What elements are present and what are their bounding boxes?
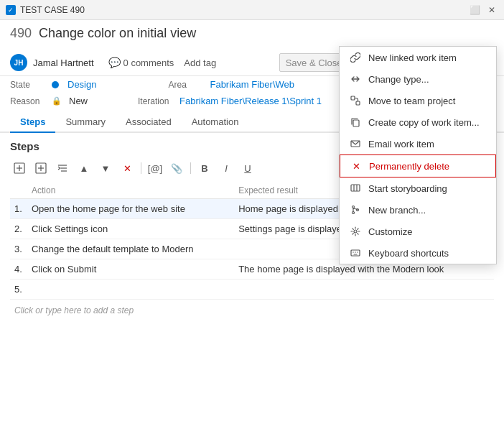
add-step-text[interactable]: Click or type here to add a step: [10, 300, 494, 321]
window-title: TEST CASE 490: [20, 5, 85, 15]
iteration-value[interactable]: Fabrikam Fiber\Release 1\Sprint 1: [179, 96, 322, 106]
move-icon: [350, 95, 361, 106]
menu-label: Move to team project: [368, 96, 455, 106]
step-param-btn[interactable]: [@]: [146, 160, 164, 177]
user-name: Jamal Hartnett: [33, 57, 94, 68]
step-action[interactable]: Click on Submit: [27, 259, 234, 280]
table-row: 5.: [10, 280, 494, 300]
delete-icon: ✕: [350, 160, 362, 172]
menu-label: Start storyboarding: [368, 183, 447, 194]
toolbar-separator-2: [190, 162, 191, 174]
iteration-label: Iteration: [138, 96, 174, 106]
menu-item-move-to-team[interactable]: Move to team project: [340, 90, 496, 111]
svg-point-19: [354, 230, 357, 233]
step-insert-above-btn[interactable]: [10, 160, 29, 177]
step-indent-btn[interactable]: [53, 160, 72, 177]
step-delete-btn[interactable]: ✕: [118, 160, 136, 177]
comments-button[interactable]: 💬 0 comments: [108, 57, 174, 68]
menu-item-permanently-delete[interactable]: ✕ Permanently delete: [340, 154, 496, 177]
step-italic-btn[interactable]: I: [217, 160, 235, 177]
area-value[interactable]: Fabrikam Fiber\Web: [210, 79, 294, 90]
menu-label: Keyboard shortcuts: [368, 248, 449, 259]
menu-label: Change type...: [368, 74, 429, 85]
area-label: Area: [168, 80, 204, 90]
step-num: 4.: [10, 259, 27, 280]
state-label: State: [10, 80, 46, 90]
work-item-id: 490: [10, 26, 32, 41]
menu-label: Create copy of work item...: [368, 117, 480, 128]
step-underline-btn[interactable]: U: [238, 160, 257, 177]
menu-item-customize[interactable]: Customize: [340, 221, 496, 242]
maximize-button[interactable]: ⬜: [468, 4, 481, 17]
step-action[interactable]: [27, 280, 234, 300]
work-item-title: Change color on initial view: [39, 26, 196, 41]
reason-value: New: [69, 96, 88, 106]
svg-rect-20: [351, 250, 360, 256]
copy-icon: [350, 116, 361, 128]
menu-item-start-storyboarding[interactable]: Start storyboarding: [340, 177, 496, 199]
save-close-label: Save & Close: [280, 54, 348, 71]
step-num: 2.: [10, 219, 27, 239]
step-num: 3.: [10, 239, 27, 259]
svg-rect-11: [353, 120, 359, 126]
reason-label: Reason: [10, 96, 46, 106]
step-num: 5.: [10, 280, 27, 300]
menu-item-keyboard-shortcuts[interactable]: Keyboard shortcuts: [340, 242, 496, 264]
email-icon: [350, 138, 361, 149]
menu-label: Permanently delete: [369, 161, 449, 172]
step-action[interactable]: Change the default template to Modern: [27, 239, 234, 259]
step-attachment-btn[interactable]: 📎: [167, 160, 186, 177]
menu-label: New linked work item: [368, 52, 457, 63]
menu-item-new-linked-work-item[interactable]: New linked work item: [340, 47, 496, 68]
step-move-up-btn[interactable]: ▲: [75, 160, 93, 177]
storyboard-icon: [350, 183, 361, 194]
tab-summary[interactable]: Summary: [55, 112, 116, 133]
menu-item-email-work-item[interactable]: Email work item: [340, 133, 496, 154]
svg-rect-13: [351, 185, 360, 191]
menu-item-create-copy[interactable]: Create copy of work item...: [340, 111, 496, 133]
work-item-header: 490 Change color on initial view: [0, 20, 504, 50]
add-tag-button[interactable]: Add tag: [179, 56, 220, 70]
app-icon: [6, 5, 16, 15]
lock-icon: 🔒: [52, 96, 62, 106]
menu-item-change-type[interactable]: Change type...: [340, 68, 496, 90]
keyboard-icon: [350, 247, 361, 259]
step-result[interactable]: [234, 280, 494, 300]
step-action[interactable]: Click Settings icon: [27, 219, 234, 239]
step-num: 1.: [10, 199, 27, 219]
state-dot: [52, 81, 59, 88]
menu-label: Email work item: [368, 139, 434, 149]
toolbar-separator: [141, 162, 141, 174]
svg-rect-10: [356, 101, 360, 105]
step-bold-btn[interactable]: B: [195, 160, 214, 177]
step-move-down-btn[interactable]: ▼: [96, 160, 115, 177]
title-bar: TEST CASE 490 ⬜ ✕: [0, 0, 504, 20]
comments-count: 0 comments: [123, 57, 174, 68]
step-action[interactable]: Open the home page for the web site: [27, 199, 234, 219]
step-insert-below-btn[interactable]: [32, 160, 50, 177]
tab-steps[interactable]: Steps: [10, 112, 55, 133]
col-action: Action: [27, 184, 234, 199]
tab-associated[interactable]: Associated: [116, 112, 182, 133]
link-icon: [350, 52, 361, 63]
state-value[interactable]: Design: [67, 79, 96, 90]
comment-icon: 💬: [108, 57, 121, 68]
menu-item-new-branch[interactable]: New branch...: [340, 199, 496, 221]
change-type-icon: [350, 73, 361, 85]
context-menu: New linked work item Change type... Move…: [339, 46, 497, 264]
menu-label: New branch...: [368, 205, 426, 216]
avatar: JH: [10, 54, 27, 71]
menu-label: Customize: [368, 226, 412, 237]
col-num: [10, 184, 27, 199]
tab-automation[interactable]: Automation: [182, 112, 249, 133]
close-button[interactable]: ✕: [485, 4, 498, 17]
customize-icon: [350, 226, 361, 237]
svg-rect-9: [351, 96, 355, 100]
branch-icon: [350, 204, 361, 216]
